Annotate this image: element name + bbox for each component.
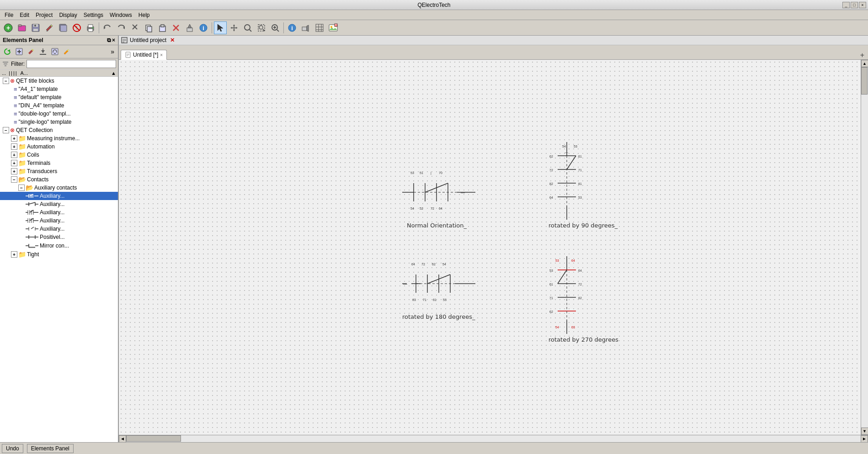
tree-area[interactable]: − ⊗ QET title blocks ≡ "A4_1" template ≡… [0,77,118,442]
tree-item-auxiliary-3[interactable]: Auxiliary... [0,208,118,216]
hscroll-track[interactable] [126,435,861,442]
tree-toggle-tight[interactable]: + [11,251,17,258]
maximize-button[interactable]: □ [851,2,858,8]
toolbar-select2-button[interactable] [255,21,268,34]
tree-item-transducers[interactable]: + 📁 Transducers [0,167,118,175]
tree-label-auxiliary-contacts: Auxiliary contacts [34,185,77,191]
toolbar-zoom-button[interactable] [241,21,254,34]
panel-more-button[interactable]: » [109,47,116,56]
symbol-rotated-270: 53 64 [548,256,618,342]
menu-help[interactable]: Help [136,11,153,19]
toolbar-undo-button[interactable] [101,21,114,34]
tree-item-auxiliary-2[interactable]: Auxiliary... [0,200,118,208]
tree-scroll-up[interactable]: ▲ [111,70,116,76]
menu-settings[interactable]: Settings [81,11,106,19]
panel-upload-button[interactable] [49,46,60,57]
close-button[interactable]: × [859,2,866,8]
tree-item-automation[interactable]: + 📁 Automation [0,143,118,151]
tree-toggle-coils[interactable]: + [11,152,17,158]
toolbar-info-button[interactable]: i [197,21,210,34]
toolbar-info3-button[interactable]: i [286,21,298,34]
tree-toggle-terminals[interactable]: + [11,160,17,166]
undo-button[interactable]: Undo [2,444,23,453]
tab-untitled[interactable]: Untitled [*] × [121,50,167,60]
menu-display[interactable]: Display [56,11,80,19]
tree-item-single-logo[interactable]: ≡ "single-logo" template [0,118,118,126]
tab-add-button[interactable]: + [858,51,866,59]
tree-item-positivel[interactable]: Positivel... [0,233,118,241]
toolbar-back-button[interactable] [299,21,312,34]
panel-download-button[interactable] [37,46,48,57]
tree-item-din-a4[interactable]: ≡ "DIN_A4" template [0,101,118,110]
tree-scroll-header: ... |||| A... ▲ [0,70,118,77]
toolbar-redo-button[interactable] [115,21,128,34]
toolbar-print-button[interactable] [84,21,97,34]
toolbar-image-button[interactable]: + [327,21,340,34]
tree-toggle-qet-collection[interactable]: − [3,127,9,133]
toolbar-edit-button[interactable] [43,21,56,34]
panel-refresh-button[interactable] [2,46,13,57]
tree-item-auxiliary-5[interactable]: Auxiliary... [0,225,118,233]
panel-add-button[interactable] [14,46,25,57]
tree-item-double-logo[interactable]: ≡ "double-logo" templ... [0,110,118,118]
tree-item-auxiliary-1[interactable]: Auxiliary... [0,192,118,200]
horizontal-scrollbar[interactable]: ◄ ► [119,435,868,442]
tree-item-auxiliary-4[interactable]: Auxiliary... [0,216,118,225]
toolbar-save-button[interactable] [29,21,42,34]
panel-pen-button[interactable] [61,46,72,57]
toolbar-save-all-button[interactable] [57,21,69,34]
tree-item-mirror-con[interactable]: Mirror con... [0,241,118,250]
tree-item-a4-1[interactable]: ≡ "A4_1" template [0,85,118,93]
title-bar-controls[interactable]: _ □ × [842,2,866,8]
elements-panel-tab-button[interactable]: Elements Panel [27,444,74,453]
vertical-scrollbar[interactable]: ▲ ▼ [861,60,868,435]
menu-project[interactable]: Project [33,11,55,19]
tree-item-tight[interactable]: + 📁 Tight [0,250,118,259]
toolbar-zoom2-button[interactable] [269,21,282,34]
vscroll-down-button[interactable]: ▼ [861,428,868,435]
tree-item-default[interactable]: ≡ "default" template [0,93,118,101]
toolbar-open-button[interactable] [16,21,28,34]
tree-item-qet-title-blocks[interactable]: − ⊗ QET title blocks [0,77,118,85]
tree-toggle-transducers[interactable]: + [11,168,17,174]
toolbar-select-button[interactable] [214,21,227,34]
tree-item-contacts[interactable]: − 📂 Contacts [0,175,118,184]
tree-item-terminals[interactable]: + 📁 Terminals [0,159,118,167]
svg-text:|: | [431,171,431,175]
hscroll-thumb[interactable] [126,435,181,442]
vscroll-thumb[interactable] [861,67,868,95]
toolbar-forbidden-button[interactable]: ! [70,21,83,34]
vscroll-up-button[interactable]: ▲ [861,60,868,67]
canvas-area[interactable]: 53 51 | 70 [119,60,861,435]
tree-item-qet-collection[interactable]: − ⊗ QET Collection [0,126,118,134]
toolbar-cut-button[interactable] [128,21,141,34]
hscroll-right-button[interactable]: ► [861,435,868,443]
panel-close-icon[interactable]: × [112,37,115,43]
tree-item-measuring[interactable]: + 📁 Measuring instrume... [0,134,118,143]
panel-edit-button[interactable] [26,46,37,57]
toolbar-new-button[interactable]: + [2,21,15,34]
tree-item-coils[interactable]: + 📁 Coils [0,151,118,159]
toolbar-delete-button[interactable] [170,21,182,34]
menu-windows[interactable]: Windows [107,11,135,19]
panel-float-icon[interactable]: ⧉ [107,37,111,43]
menu-edit[interactable]: Edit [17,11,32,19]
menu-file[interactable]: File [2,11,16,19]
tree-toggle-automation[interactable]: + [11,143,17,150]
hscroll-left-button[interactable]: ◄ [119,435,126,443]
minimize-button[interactable]: _ [842,2,850,8]
project-close-button[interactable]: ✕ [170,37,175,43]
tree-toggle-contacts[interactable]: − [11,176,17,183]
toolbar-paste-button[interactable] [156,21,169,34]
filter-input[interactable] [27,60,116,68]
tree-toggle-measuring[interactable]: + [11,135,17,142]
toolbar-import-button[interactable] [183,21,196,34]
vscroll-track[interactable] [861,67,868,428]
tab-close-button[interactable]: × [160,53,163,58]
toolbar-move-button[interactable] [228,21,240,34]
toolbar-grid-button[interactable] [313,21,326,34]
toolbar-copy-button[interactable] [142,21,155,34]
tree-toggle-qet-title-blocks[interactable]: − [3,78,9,84]
tree-toggle-auxiliary-contacts[interactable]: − [18,185,25,191]
tree-item-auxiliary-contacts[interactable]: − 📂 Auxiliary contacts [0,184,118,192]
